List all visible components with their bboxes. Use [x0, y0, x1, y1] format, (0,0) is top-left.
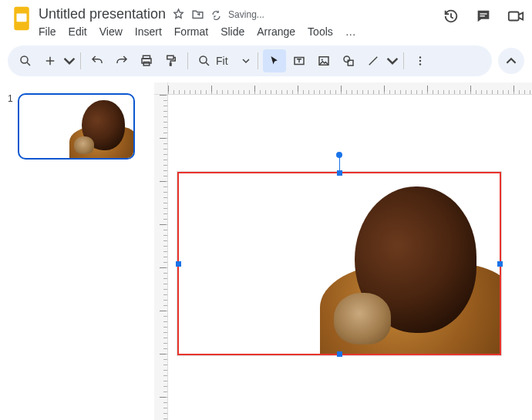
doc-title[interactable]: Untitled presentation	[39, 6, 166, 22]
slide-number: 1	[8, 93, 13, 415]
menu-arrange[interactable]: Arrange	[257, 25, 295, 38]
select-tool-icon[interactable]	[263, 49, 286, 72]
print-icon[interactable]	[135, 49, 158, 72]
shape-icon[interactable]	[337, 49, 360, 72]
undo-icon[interactable]	[86, 49, 109, 72]
image-icon[interactable]	[312, 49, 335, 72]
canvas[interactable]	[154, 82, 532, 420]
svg-line-15	[206, 62, 209, 66]
vertical-ruler	[154, 95, 168, 420]
move-folder-icon[interactable]	[191, 8, 204, 21]
menu-slide[interactable]: Slide	[221, 25, 244, 38]
menu-format[interactable]: Format	[174, 25, 208, 38]
resize-handle-left[interactable]	[176, 261, 181, 267]
more-tools-icon[interactable]	[409, 49, 432, 72]
video-call-icon[interactable]	[507, 8, 524, 25]
ruler-corner	[154, 82, 168, 95]
zoom-dropdown-icon[interactable]	[242, 54, 250, 68]
resize-handle-bottom[interactable]	[337, 351, 342, 357]
zoom-level[interactable]: Fit	[216, 55, 228, 67]
menu-file[interactable]: File	[39, 25, 56, 38]
paint-format-icon[interactable]	[160, 49, 183, 72]
zoom-icon[interactable]	[196, 49, 213, 72]
svg-point-25	[419, 60, 420, 62]
redo-icon[interactable]	[110, 49, 133, 72]
image-selection-outline[interactable]	[177, 172, 501, 355]
separator	[187, 52, 188, 69]
slide-panel: 1	[0, 82, 154, 420]
svg-point-14	[200, 56, 207, 63]
save-status: Saving...	[228, 9, 264, 20]
collapse-toolbar-icon[interactable]	[498, 48, 524, 74]
svg-point-24	[419, 56, 420, 58]
separator	[80, 52, 81, 69]
svg-rect-3	[480, 15, 484, 16]
separator	[403, 52, 404, 69]
resize-handle-right[interactable]	[497, 261, 503, 267]
new-slide-dropdown-icon[interactable]	[63, 49, 76, 72]
thumbnail-image	[61, 95, 133, 158]
svg-rect-4	[509, 12, 519, 21]
line-icon[interactable]	[362, 49, 385, 72]
svg-point-20	[321, 59, 322, 60]
star-icon[interactable]	[172, 8, 185, 21]
horizontal-ruler	[168, 82, 532, 95]
svg-rect-1	[17, 14, 27, 22]
separator	[258, 52, 258, 69]
slides-logo[interactable]	[8, 5, 35, 32]
svg-point-26	[419, 63, 420, 65]
search-menus-icon[interactable]	[14, 49, 37, 72]
menu-view[interactable]: View	[99, 25, 123, 38]
resize-handle-top[interactable]	[337, 170, 342, 176]
menu-insert[interactable]: Insert	[135, 25, 162, 38]
cloud-sync-icon[interactable]	[210, 8, 222, 20]
menu-edit[interactable]: Edit	[69, 25, 87, 38]
new-slide-icon[interactable]	[39, 49, 62, 72]
menu-tools[interactable]: Tools	[308, 25, 333, 38]
rotation-handle[interactable]	[336, 152, 342, 158]
menu-bar: File Edit View Insert Format Slide Arran…	[39, 22, 443, 42]
comments-icon[interactable]	[475, 8, 492, 25]
svg-line-6	[27, 62, 30, 66]
slide-thumbnail-1[interactable]	[18, 93, 135, 160]
svg-rect-2	[480, 13, 487, 14]
svg-point-21	[344, 56, 350, 62]
svg-point-5	[21, 56, 28, 63]
svg-rect-12	[167, 55, 173, 59]
textbox-icon[interactable]	[288, 49, 311, 72]
toolbar: Fit	[8, 45, 492, 76]
svg-rect-13	[170, 62, 172, 66]
history-icon[interactable]	[443, 8, 460, 25]
svg-line-23	[369, 57, 377, 66]
line-dropdown-icon[interactable]	[386, 49, 399, 72]
menu-more[interactable]: …	[345, 25, 356, 38]
